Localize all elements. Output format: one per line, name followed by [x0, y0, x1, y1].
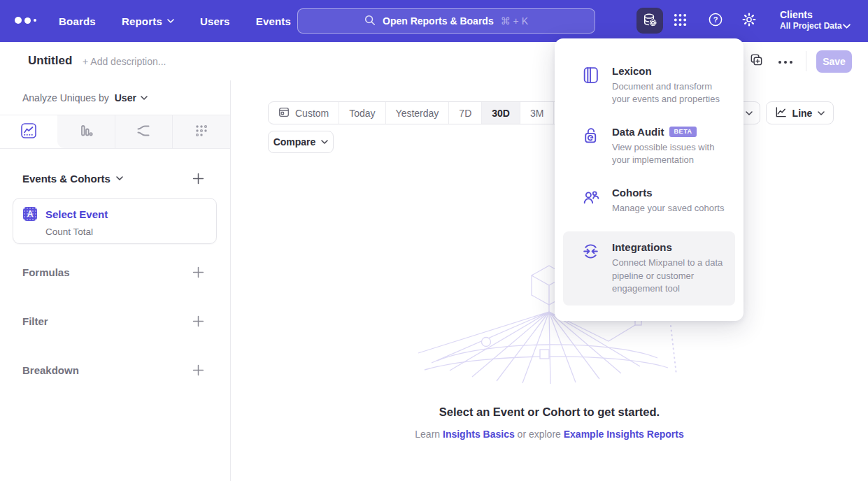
search-shortcut: ⌘ + K	[501, 15, 528, 27]
lexicon-description: Document and transform your events and p…	[612, 80, 728, 106]
beta-badge: BETA	[669, 127, 696, 137]
chevron-down-icon	[116, 176, 123, 180]
add-description-field[interactable]: + Add description...	[83, 56, 166, 67]
events-cohorts-title[interactable]: Events & Cohorts	[22, 173, 123, 185]
empty-state-links: Learn Insights Basics or explore Example…	[231, 429, 868, 440]
database-gear-icon	[642, 12, 657, 30]
cohorts-people-icon	[581, 187, 601, 215]
chart-type-tabs	[0, 115, 230, 149]
chevron-down-icon	[746, 111, 753, 115]
nav-boards[interactable]: Boards	[59, 15, 96, 27]
svg-text:?: ?	[713, 15, 718, 24]
report-title[interactable]: Untitled	[28, 54, 72, 68]
add-event-button[interactable]	[191, 171, 205, 185]
example-insights-reports-link[interactable]: Example Insights Reports	[564, 429, 684, 440]
tab-line-chart[interactable]	[0, 115, 57, 148]
help-button[interactable]: ?	[706, 11, 725, 31]
integrations-description: Connect Mixpanel to a data pipeline or c…	[612, 257, 728, 295]
chevron-down-icon	[167, 19, 174, 23]
top-nav: Boards Reports Users Events Open Reports…	[0, 0, 868, 42]
nav-reports[interactable]: Reports	[122, 15, 174, 27]
cohorts-description: Manage your saved cohorts	[612, 202, 728, 215]
analyze-row: Analyze Uniques by User	[0, 80, 230, 115]
search-icon	[364, 15, 376, 28]
tab-flow-chart[interactable]	[115, 115, 173, 148]
menu-item-integrations[interactable]: Integrations Connect Mixpanel to a data …	[563, 231, 735, 305]
duplicate-button[interactable]	[747, 52, 765, 70]
empty-state-title: Select an Event or Cohort to get started…	[231, 405, 868, 419]
save-button[interactable]: Save	[816, 50, 852, 73]
insights-basics-link[interactable]: Insights Basics	[443, 429, 515, 440]
data-audit-description: View possible issues with your implement…	[612, 141, 728, 167]
ellipsis-icon	[778, 55, 793, 67]
date-range-7d[interactable]: 7D	[448, 102, 481, 124]
menu-item-lexicon[interactable]: Lexicon Document and transform your even…	[563, 55, 735, 116]
data-management-dropdown: Lexicon Document and transform your even…	[555, 38, 744, 321]
project-chevron-down-icon	[843, 19, 851, 31]
line-chart-glyph-icon	[775, 106, 787, 120]
cohorts-title: Cohorts	[612, 187, 653, 199]
formulas-label: Formulas	[22, 266, 70, 278]
data-management-button[interactable]	[636, 8, 663, 34]
data-audit-title: Data Audit	[612, 126, 664, 138]
org-name: Clients	[780, 8, 842, 21]
question-circle-icon: ?	[708, 12, 723, 30]
analyze-value-dropdown[interactable]: User	[115, 92, 148, 103]
mixpanel-insights-app: Boards Reports Users Events Open Reports…	[0, 0, 868, 481]
count-total-label[interactable]: Count Total	[45, 227, 206, 237]
chevron-down-icon	[321, 140, 328, 144]
metric-grid-icon	[194, 123, 209, 141]
compare-dropdown[interactable]: Compare	[268, 131, 334, 153]
date-range-yesterday[interactable]: Yesterday	[385, 102, 449, 124]
lexicon-title: Lexicon	[612, 65, 652, 77]
global-search-input[interactable]: Open Reports & Boards ⌘ + K	[297, 8, 595, 34]
date-range-3m[interactable]: 3M	[520, 102, 553, 124]
query-builder-sidebar: Analyze Uniques by User	[0, 80, 231, 481]
menu-item-cohorts[interactable]: Cohorts Manage your saved cohorts	[563, 177, 735, 224]
event-letter-badge: A	[23, 207, 37, 221]
date-range-control: Custom Today Yesterday 7D 30D 3M 6M	[268, 101, 588, 124]
gear-icon	[741, 12, 757, 30]
line-chart-icon	[21, 123, 36, 141]
select-event-card[interactable]: A Select Event Count Total	[13, 198, 217, 244]
add-formula-button[interactable]	[191, 265, 205, 279]
select-event-label[interactable]: Select Event	[45, 208, 108, 220]
breakdown-section: Breakdown	[22, 360, 205, 380]
menu-item-data-audit[interactable]: Data Audit BETA View possible issues wit…	[563, 116, 735, 177]
add-filter-button[interactable]	[191, 314, 205, 328]
date-range-today[interactable]: Today	[339, 102, 385, 124]
bar-chart-icon	[78, 123, 94, 141]
analyze-label: Analyze Uniques by	[22, 92, 109, 103]
data-audit-icon	[581, 126, 601, 167]
calendar-icon	[278, 106, 290, 120]
flow-chart-icon	[136, 123, 151, 141]
mixpanel-logo[interactable]	[15, 17, 36, 24]
chevron-down-icon	[141, 96, 148, 100]
grid-dots-icon	[673, 13, 688, 30]
lexicon-book-icon	[581, 65, 601, 106]
settings-button[interactable]	[739, 11, 759, 31]
filter-label: Filter	[22, 315, 48, 327]
nav-users[interactable]: Users	[200, 15, 230, 27]
apps-grid-button[interactable]	[670, 11, 690, 31]
project-selector[interactable]: Clients All Project Data	[780, 8, 842, 32]
date-range-30d[interactable]: 30D	[481, 102, 520, 124]
breakdown-label: Breakdown	[22, 364, 79, 376]
integrations-title: Integrations	[612, 241, 672, 253]
add-breakdown-button[interactable]	[191, 363, 205, 377]
header-divider	[806, 51, 806, 71]
primary-nav: Boards Reports Users Events	[59, 0, 291, 42]
tab-metric-grid[interactable]	[172, 115, 230, 148]
tab-bar-chart[interactable]	[57, 115, 115, 148]
project-name: All Project Data	[780, 21, 842, 32]
chart-type-dropdown[interactable]: Line	[766, 101, 834, 124]
events-cohorts-header: Events & Cohorts	[22, 168, 205, 188]
formulas-section: Formulas	[22, 262, 205, 282]
chevron-down-icon	[818, 111, 825, 115]
filter-section: Filter	[22, 311, 205, 331]
date-range-custom[interactable]: Custom	[269, 102, 339, 124]
more-menu-button[interactable]	[776, 52, 795, 70]
copy-plus-icon	[750, 53, 763, 69]
search-placeholder: Open Reports & Boards	[383, 15, 494, 27]
nav-events[interactable]: Events	[256, 15, 291, 27]
